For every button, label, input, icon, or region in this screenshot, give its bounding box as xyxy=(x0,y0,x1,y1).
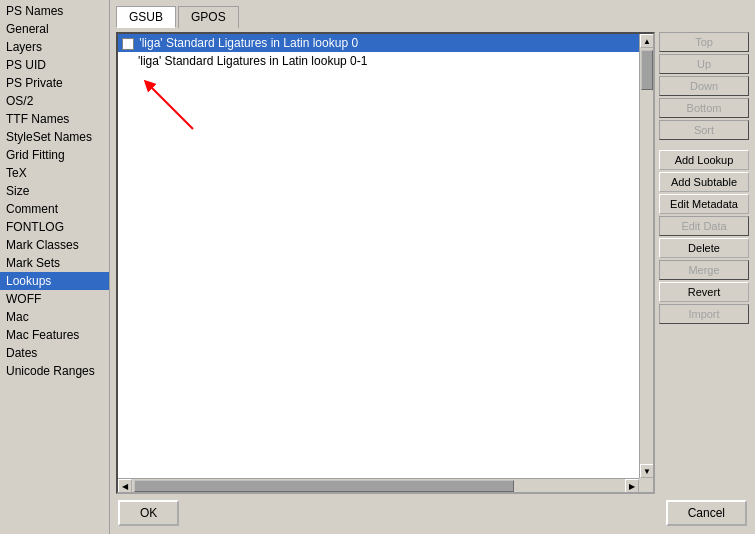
sidebar-item-lookups[interactable]: Lookups xyxy=(0,272,109,290)
scroll-left-btn[interactable]: ◀ xyxy=(118,479,132,493)
sidebar-item-mark-classes[interactable]: Mark Classes xyxy=(0,236,109,254)
tab-gpos[interactable]: GPOS xyxy=(178,6,239,28)
sidebar-item-woff[interactable]: WOFF xyxy=(0,290,109,308)
scrollbar-corner xyxy=(639,478,653,492)
list-item-label: 'liga' Standard Ligatures in Latin looku… xyxy=(139,36,358,50)
edit-metadata-button[interactable]: Edit Metadata xyxy=(659,194,749,214)
ok-button[interactable]: OK xyxy=(118,500,179,526)
revert-button[interactable]: Revert xyxy=(659,282,749,302)
delete-button[interactable]: Delete xyxy=(659,238,749,258)
tree-toggle-icon[interactable]: - xyxy=(122,38,134,50)
scroll-track-v[interactable] xyxy=(640,48,653,464)
sidebar-item-styleset-names[interactable]: StyleSet Names xyxy=(0,128,109,146)
import-button[interactable]: Import xyxy=(659,304,749,324)
list-item-label: 'liga' Standard Ligatures in Latin looku… xyxy=(138,54,367,68)
scroll-down-btn[interactable]: ▼ xyxy=(640,464,654,478)
tab-gsub[interactable]: GSUB xyxy=(116,6,176,28)
lookup-list: - 'liga' Standard Ligatures in Latin loo… xyxy=(118,34,639,478)
scroll-right-btn[interactable]: ▶ xyxy=(625,479,639,493)
scroll-thumb-h[interactable] xyxy=(134,480,514,492)
up-button[interactable]: Up xyxy=(659,54,749,74)
add-lookup-button[interactable]: Add Lookup xyxy=(659,150,749,170)
sidebar-item-fontlog[interactable]: FONTLOG xyxy=(0,218,109,236)
sidebar-item-ps-private[interactable]: PS Private xyxy=(0,74,109,92)
right-panel: GSUB GPOS - 'liga' Standard Ligatures in… xyxy=(110,0,755,534)
add-subtable-button[interactable]: Add Subtable xyxy=(659,172,749,192)
down-button[interactable]: Down xyxy=(659,76,749,96)
sidebar-item-dates[interactable]: Dates xyxy=(0,344,109,362)
sidebar-item-tex[interactable]: TeX xyxy=(0,164,109,182)
tab-bar: GSUB GPOS xyxy=(116,6,749,28)
scroll-track-h[interactable] xyxy=(132,479,625,492)
scroll-up-btn[interactable]: ▲ xyxy=(640,34,654,48)
bottom-button[interactable]: Bottom xyxy=(659,98,749,118)
sidebar-item-mark-sets[interactable]: Mark Sets xyxy=(0,254,109,272)
edit-data-button[interactable]: Edit Data xyxy=(659,216,749,236)
sidebar-item-comment[interactable]: Comment xyxy=(0,200,109,218)
sidebar-item-os2[interactable]: OS/2 xyxy=(0,92,109,110)
lookup-list-container: - 'liga' Standard Ligatures in Latin loo… xyxy=(116,32,655,494)
sidebar-item-size[interactable]: Size xyxy=(0,182,109,200)
scroll-thumb-v[interactable] xyxy=(641,50,653,90)
sort-button[interactable]: Sort xyxy=(659,120,749,140)
sidebar-item-ps-uid[interactable]: PS UID xyxy=(0,56,109,74)
sidebar-item-unicode-ranges[interactable]: Unicode Ranges xyxy=(0,362,109,380)
top-button[interactable]: Top xyxy=(659,32,749,52)
sidebar-item-general[interactable]: General xyxy=(0,20,109,38)
merge-button[interactable]: Merge xyxy=(659,260,749,280)
sidebar-item-ttf-names[interactable]: TTF Names xyxy=(0,110,109,128)
sidebar-item-mac-features[interactable]: Mac Features xyxy=(0,326,109,344)
sidebar-item-grid-fitting[interactable]: Grid Fitting xyxy=(0,146,109,164)
vertical-scrollbar[interactable]: ▲ ▼ xyxy=(639,34,653,478)
sidebar-item-mac[interactable]: Mac xyxy=(0,308,109,326)
buttons-panel: Top Up Down Bottom Sort Add Lookup Add S… xyxy=(659,32,749,494)
bottom-bar: OK Cancel xyxy=(116,494,749,528)
sidebar-item-ps-names[interactable]: PS Names xyxy=(0,2,109,20)
content-area: - 'liga' Standard Ligatures in Latin loo… xyxy=(116,32,749,494)
list-item[interactable]: 'liga' Standard Ligatures in Latin looku… xyxy=(118,52,639,70)
sidebar-item-layers[interactable]: Layers xyxy=(0,38,109,56)
sidebar: PS Names General Layers PS UID PS Privat… xyxy=(0,0,110,534)
horizontal-scrollbar[interactable]: ◀ ▶ xyxy=(118,478,639,492)
spacer xyxy=(659,142,749,148)
cancel-button[interactable]: Cancel xyxy=(666,500,747,526)
list-item[interactable]: - 'liga' Standard Ligatures in Latin loo… xyxy=(118,34,639,52)
